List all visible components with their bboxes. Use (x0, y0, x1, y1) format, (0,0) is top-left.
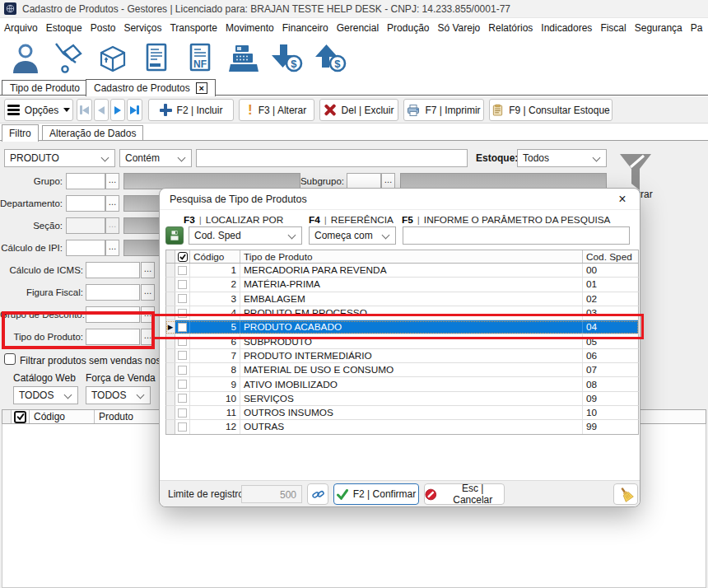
menu-item-movimento[interactable]: Movimento (221, 22, 278, 34)
link-button[interactable] (307, 483, 328, 505)
menu-item-posto[interactable]: Posto (86, 22, 120, 34)
subtab-alteracao-de-dados[interactable]: Alteração de Dados (42, 125, 143, 141)
imprimir-button[interactable]: F7 | Imprimir (403, 99, 484, 121)
nav-previous-button[interactable] (94, 99, 109, 121)
figura-fiscal-input[interactable] (86, 284, 140, 301)
select-all-checkbox[interactable] (178, 252, 188, 262)
dialog-table-row[interactable]: 11OUTROS INSUMOS10 (165, 406, 639, 420)
alterar-button[interactable]: ! F3 | Alterar (239, 99, 314, 121)
calculo-icms-lookup-button[interactable]: … (141, 262, 155, 278)
calculo-icms-input[interactable] (86, 262, 140, 278)
tipo-produto-lookup-button[interactable]: … (141, 329, 155, 345)
tab-cadastro-de-produtos[interactable]: Cadastro de Produtos × (86, 79, 216, 96)
tipo-produto-input[interactable] (86, 329, 140, 345)
cash-register-icon[interactable] (226, 40, 261, 77)
forca-venda-select[interactable]: TODOS (86, 386, 151, 404)
calculo-ipi-lookup-button[interactable]: … (105, 240, 119, 256)
grupo-lookup-button[interactable]: … (105, 173, 119, 189)
dialog-table-row[interactable]: 8MATERIAL DE USO E CONSUMO07 (165, 363, 639, 377)
no-sales-checkbox[interactable] (4, 353, 16, 365)
consultar-estoque-button[interactable]: F9 | Consultar Estoque (489, 99, 613, 121)
catalogo-web-select[interactable]: TODOS (13, 386, 78, 404)
row-checkbox[interactable] (175, 292, 190, 306)
dialog-table-row[interactable]: 3EMBALAGEM02 (165, 292, 639, 306)
money-down-icon[interactable]: $ (270, 40, 305, 77)
invoice-icon[interactable] (139, 40, 174, 77)
row-checkbox[interactable] (175, 278, 190, 291)
menu-item-seguran-a[interactable]: Segurança (631, 22, 687, 34)
person-icon[interactable] (8, 40, 43, 77)
dialog-table-row[interactable]: 2MATÉRIA-PRIMA01 (165, 278, 639, 292)
menu-item-transporte[interactable]: Transporte (165, 22, 221, 34)
dialog-table-row[interactable]: 10SERVIÇOS09 (165, 392, 639, 406)
nav-first-button[interactable] (77, 99, 92, 121)
options-button[interactable]: Opções (4, 99, 73, 121)
select-all-checkbox[interactable] (14, 411, 26, 423)
dialog-table-row[interactable]: 6SUBPRODUTO05 (165, 334, 639, 348)
col-tipo-de-produto[interactable]: Tipo de Produto (240, 250, 583, 263)
departamento-lookup-button[interactable]: … (105, 195, 119, 212)
subtab-filtro[interactable]: Filtro (2, 124, 39, 142)
subgrupo-lookup-button[interactable]: … (381, 173, 395, 189)
row-checkbox[interactable] (175, 349, 190, 362)
grupo-desconto-input[interactable] (86, 306, 140, 323)
menu-item-indicadores[interactable]: Indicadores (537, 22, 596, 34)
departamento-input[interactable] (66, 195, 105, 212)
close-tab-icon[interactable]: × (196, 82, 207, 94)
results-col-codigo[interactable]: Código (30, 410, 95, 423)
package-box-icon[interactable] (95, 40, 130, 77)
menu-item-financeiro[interactable]: Financeiro (278, 22, 333, 34)
tab-tipo-de-produto[interactable]: Tipo de Produto (2, 80, 88, 96)
row-checkbox[interactable] (175, 392, 190, 405)
hand-truck-icon[interactable] (52, 40, 86, 77)
row-checkbox[interactable] (175, 264, 190, 277)
dialog-table-row[interactable]: 7PRODUTO INTERMEDIÁRIO06 (165, 349, 639, 363)
grupo-desconto-lookup-button[interactable]: … (141, 306, 155, 323)
row-checkbox[interactable] (175, 320, 190, 334)
menu-item-arquivo[interactable]: Arquivo (0, 22, 42, 34)
col-cod-sped[interactable]: Cod. Sped (583, 250, 638, 263)
col-codigo[interactable]: Código (190, 250, 240, 263)
field-select[interactable]: PRODUTO (4, 149, 115, 167)
incluir-button[interactable]: F2 | Incluir (148, 99, 234, 121)
row-checkbox[interactable] (175, 406, 190, 419)
dialog-table-row[interactable]: 4PRODUTO EM PROCESSO03 (165, 306, 639, 320)
menu-item-servi-os[interactable]: Serviços (119, 22, 165, 34)
excluir-button[interactable]: Del | Excluir (319, 99, 398, 121)
dialog-table-row[interactable]: ▶5PRODUTO ACABADO04 (165, 320, 639, 334)
figura-fiscal-lookup-button[interactable]: … (141, 284, 155, 301)
nav-next-button[interactable] (110, 99, 125, 121)
nf-document-icon[interactable]: NF (183, 40, 217, 77)
money-up-icon[interactable]: $ (314, 40, 348, 77)
row-checkbox[interactable] (175, 377, 190, 390)
dialog-table-row[interactable]: 9ATIVO IMOBILIZADO08 (165, 377, 639, 391)
subgrupo-input[interactable] (347, 173, 381, 189)
row-checkbox[interactable] (175, 420, 190, 433)
estoque-select[interactable]: Todos (517, 149, 607, 167)
menu-item-produ-o[interactable]: Produção (383, 22, 433, 34)
calculo-ipi-input[interactable] (66, 240, 105, 256)
operator-select[interactable]: Contém (119, 149, 192, 167)
menu-item-estoque[interactable]: Estoque (42, 22, 86, 34)
parametro-input[interactable] (403, 226, 630, 245)
row-checkbox[interactable] (175, 334, 190, 348)
referencia-select[interactable]: Começa com (309, 226, 396, 245)
localizar-por-select[interactable]: Cod. Sped (189, 226, 302, 245)
menu-item-relat-rios[interactable]: Relatórios (484, 22, 537, 34)
save-search-button[interactable] (165, 226, 184, 245)
menu-item-gerencial[interactable]: Gerencial (333, 22, 383, 34)
menu-item-pa[interactable]: Pa (687, 22, 707, 34)
row-checkbox[interactable] (175, 306, 190, 320)
dialog-close-icon[interactable]: × (613, 191, 631, 208)
clear-button[interactable] (613, 483, 638, 505)
menu-item-fiscal[interactable]: Fiscal (596, 22, 630, 34)
dialog-table-row[interactable]: 1MERCADORIA PARA REVENDA00 (165, 264, 639, 278)
grupo-input[interactable] (66, 173, 105, 189)
nav-last-button[interactable] (127, 99, 142, 121)
dialog-table-row[interactable]: 12OUTRAS99 (165, 420, 639, 434)
search-input[interactable] (196, 149, 468, 167)
menu-item-s-varejo[interactable]: Só Varejo (433, 22, 484, 34)
confirmar-button[interactable]: F2 | Confirmar (333, 483, 419, 505)
row-checkbox[interactable] (175, 363, 190, 376)
cancelar-button[interactable]: Esc | Cancelar (424, 483, 505, 505)
